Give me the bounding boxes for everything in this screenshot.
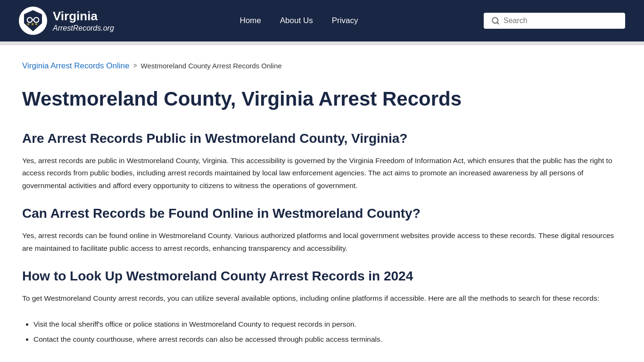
section-2-body: Yes, arrest records can be found online …	[22, 230, 622, 255]
search-input[interactable]	[504, 16, 618, 25]
breadcrumb-separator: >	[133, 60, 137, 71]
site-logo[interactable]: ★ ★ ★ Virginia ArrestRecords.org	[19, 7, 114, 35]
breadcrumb: Virginia Arrest Records Online > Westmor…	[22, 59, 622, 72]
nav-privacy[interactable]: Privacy	[332, 14, 358, 27]
svg-line-8	[497, 22, 498, 24]
nav-about[interactable]: About Us	[280, 14, 313, 27]
section-1: Are Arrest Records Public in Westmorelan…	[22, 130, 622, 192]
main-nav: Home About Us Privacy	[239, 14, 358, 27]
breadcrumb-current: Westmoreland County Arrest Records Onlin…	[141, 60, 282, 72]
svg-text:★: ★	[31, 22, 34, 26]
section-2: Can Arrest Records be Found Online in We…	[22, 205, 622, 255]
section-3-body: To get Westmoreland County arrest record…	[22, 292, 622, 304]
section-1-body: Yes, arrest records are public in Westmo…	[22, 155, 622, 192]
logo-icon: ★ ★ ★	[21, 8, 45, 33]
section-3-list: Visit the local sheriff's office or poli…	[33, 318, 622, 346]
page-title: Westmoreland County, Virginia Arrest Rec…	[22, 87, 622, 111]
section-3-heading: How to Look Up Westmoreland County Arres…	[22, 268, 622, 285]
main-content: Virginia Arrest Records Online > Westmor…	[0, 45, 644, 362]
logo-badge: ★ ★ ★	[19, 7, 47, 35]
svg-marker-0	[24, 10, 42, 31]
logo-subtitle: ArrestRecords.org	[53, 24, 114, 33]
nav-home[interactable]: Home	[239, 14, 261, 27]
search-icon	[491, 16, 500, 25]
section-2-heading: Can Arrest Records be Found Online in We…	[22, 205, 622, 222]
search-box[interactable]	[484, 13, 625, 29]
logo-text: Virginia ArrestRecords.org	[53, 9, 114, 33]
section-1-heading: Are Arrest Records Public in Westmorelan…	[22, 130, 622, 147]
header-divider	[0, 41, 644, 45]
breadcrumb-parent-link[interactable]: Virginia Arrest Records Online	[22, 59, 129, 72]
section-3: How to Look Up Westmoreland County Arres…	[22, 268, 622, 346]
list-item: Visit the local sheriff's office or poli…	[33, 318, 622, 330]
logo-title: Virginia	[53, 9, 114, 24]
list-item: Contact the county courthouse, where arr…	[33, 333, 622, 346]
